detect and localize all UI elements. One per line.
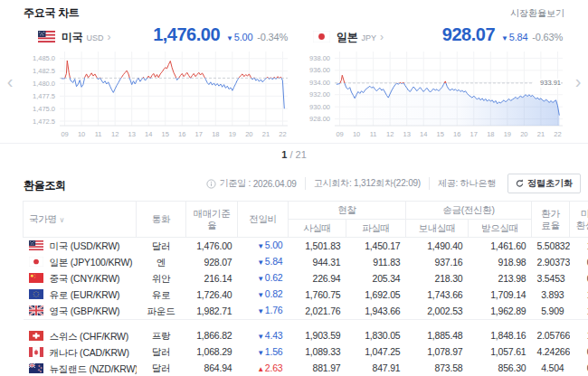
quote-info-bar: 기준일 : 2026.04.09 고시회차: 1,312회차(22:09) 제공… xyxy=(198,174,582,193)
col-header-currency[interactable]: 통화 xyxy=(137,202,186,238)
base-date: 기준일 : 2026.04.09 xyxy=(198,177,305,190)
cell-change: ▼4.43 xyxy=(238,328,289,344)
cell-send: 1,743.66 xyxy=(406,287,469,303)
col-header-country[interactable]: 국가명∨ xyxy=(24,202,137,238)
svg-text:11: 11 xyxy=(370,130,377,138)
cell-cash-buy: 1,501.83 xyxy=(289,238,346,255)
country-name: 뉴질랜드 (NZD/KRW) xyxy=(50,363,137,374)
chart-change-pct: -0.63% xyxy=(532,32,563,42)
col-header-change[interactable]: 전일비 xyxy=(238,202,289,238)
chart-header-usd[interactable]: 미국 USD › 1,476.00 ▼5.00 -0.34% xyxy=(20,23,293,46)
chart-card-jpy: 일본 JPY › 928.07 ▼5.84 -0.63% 09101112131… xyxy=(295,23,568,140)
chart-header-jpy[interactable]: 일본 JPY › 928.07 ▼5.84 -0.63% xyxy=(295,23,568,46)
svg-text:17: 17 xyxy=(195,130,203,138)
cell-usd-conversion: 1.17 xyxy=(570,287,588,303)
cell-currency: 달러 xyxy=(137,238,186,255)
cell-cash-sell: 1,692.05 xyxy=(346,287,406,303)
cell-receive: 918.98 xyxy=(469,254,532,270)
down-triangle-icon: ▼ xyxy=(257,291,264,299)
chart-card-usd: 미국 USD › 1,476.00 ▼5.00 -0.34% 091011121… xyxy=(20,23,293,140)
cell-rate: 216.14 xyxy=(186,270,238,287)
cell-change: ▲2.63 xyxy=(238,361,289,376)
chart-change: ▼5.84 xyxy=(501,32,527,42)
jpy-krw-line-chart[interactable]: 0910111213141516171819202122938.00936.00… xyxy=(295,46,568,140)
chart-change-pct: -0.34% xyxy=(257,32,288,42)
cell-cash-buy: 944.31 xyxy=(289,254,346,270)
chart-price-group: 928.07 ▼5.84 -0.63% xyxy=(442,24,563,45)
cell-change: ▼0.62 xyxy=(238,270,289,287)
pagination-separator: / xyxy=(287,149,295,160)
table-row[interactable]: 캐나다 (CAD/KRW)달러1,068.29▼1.561,089.331,04… xyxy=(24,344,588,361)
cell-cash-sell: 1,830.05 xyxy=(346,328,406,344)
chevron-right-icon: › xyxy=(107,31,110,43)
flag-us-icon xyxy=(29,240,43,250)
charts-section-header: 주요국 차트 시장환율보기 xyxy=(0,0,588,23)
table-row[interactable]: 영국 (GBP/KRW)파운드1,982.71▼1.762,021.761,94… xyxy=(24,303,588,320)
cell-currency: 달러 xyxy=(137,361,186,376)
flag-cn-icon xyxy=(29,273,43,283)
svg-text:1,472.5: 1,472.5 xyxy=(33,118,55,126)
svg-text:18: 18 xyxy=(212,130,219,138)
table-row[interactable]: 중국 (CNY/KRW)위안216.14▼0.62226.94205.34218… xyxy=(24,270,588,287)
cell-fee-rate: 4.504 xyxy=(532,361,570,376)
cell-country: 유로 (EUR/KRW) xyxy=(24,287,137,303)
cell-receive: 213.98 xyxy=(469,270,532,287)
svg-text:21: 21 xyxy=(537,130,545,138)
down-triangle-icon: ▼ xyxy=(257,307,264,315)
col-header-rate[interactable]: 매매기준율 xyxy=(186,202,238,238)
table-row[interactable]: 유로 (EUR/KRW)유로1,726.40▼0.821,760.751,692… xyxy=(24,287,588,303)
cell-country: 중국 (CNY/KRW) xyxy=(24,270,137,287)
svg-text:10: 10 xyxy=(78,130,85,138)
svg-text:12: 12 xyxy=(111,130,119,138)
table-row[interactable]: 일본 (JPY100/KRW)엔928.07▼5.84944.31911.839… xyxy=(24,254,588,270)
prev-chart-button[interactable]: ‹ xyxy=(1,52,19,110)
cell-receive: 1,848.16 xyxy=(469,328,532,344)
svg-text:13: 13 xyxy=(403,130,411,138)
svg-text:1,477.5: 1,477.5 xyxy=(33,92,55,100)
cell-cash-sell: 1,450.17 xyxy=(346,238,406,255)
svg-text:932.00: 932.00 xyxy=(309,90,330,99)
col-header-receive[interactable]: 받으실때 xyxy=(469,220,532,238)
cell-rate: 864.94 xyxy=(186,361,238,376)
svg-text:934.00: 934.00 xyxy=(309,79,330,87)
cell-send: 937.16 xyxy=(406,254,469,270)
cell-rate: 1,476.00 xyxy=(186,238,238,255)
cell-receive: 856.30 xyxy=(469,361,532,376)
cell-currency: 엔 xyxy=(137,254,186,270)
country-name: 유로 (EUR/KRW) xyxy=(50,289,120,300)
table-row[interactable]: 스위스 (CHF/KRW)프랑1,866.82▼4.431,903.591,83… xyxy=(24,328,588,344)
chart-price-group: 1,476.00 ▼5.00 -0.34% xyxy=(153,24,288,45)
col-group-wire: 송금(전신환) xyxy=(406,202,532,220)
cell-currency: 파운드 xyxy=(137,303,186,320)
quote-round: 고시회차: 1,312회차(22:09) xyxy=(305,177,429,190)
cell-fee-rate: 4.24266 xyxy=(532,344,570,361)
col-header-usd-conv[interactable]: 미화 환산율 xyxy=(570,202,588,238)
col-header-send[interactable]: 보내실때 xyxy=(406,220,469,238)
cell-country: 미국 (USD/KRW) xyxy=(24,238,137,255)
col-header-fee-rate[interactable]: 환가 료율 xyxy=(532,202,570,238)
flag-eu-icon xyxy=(29,289,43,299)
svg-text:11: 11 xyxy=(95,130,102,138)
lookup-section-header: 환율조회 기준일 : 2026.04.09 고시회차: 1,312회차(22:0… xyxy=(0,164,588,193)
cell-fee-rate: 2.90373 xyxy=(532,254,570,270)
chevron-right-icon: › xyxy=(380,31,384,43)
cell-cash-buy: 2,021.76 xyxy=(289,303,346,320)
next-chart-button[interactable]: › xyxy=(569,52,587,110)
col-header-cash-buy[interactable]: 사실때 xyxy=(289,220,346,238)
chart-price: 928.07 xyxy=(442,24,495,45)
cell-receive: 1,709.14 xyxy=(469,287,532,303)
info-icon xyxy=(206,179,216,189)
cell-change: ▼1.76 xyxy=(238,303,289,320)
charts-carousel: ‹ 미국 USD › 1,476.00 ▼5.00 -0.34% 0910111… xyxy=(0,23,588,140)
cell-fee-rate: 2.05766 xyxy=(532,328,570,344)
reset-sort-button[interactable]: 정렬초기화 xyxy=(507,174,581,193)
table-row[interactable]: 뉴질랜드 (NZD/KRW)달러864.94▲2.63881.97847.918… xyxy=(24,361,588,376)
down-triangle-icon: ▼ xyxy=(257,275,264,283)
table-row[interactable]: 미국 (USD/KRW)달러1,476.00▼5.001,501.831,450… xyxy=(24,238,588,255)
col-header-cash-sell[interactable]: 파실때 xyxy=(346,220,406,238)
cell-usd-conversion: 0.59 xyxy=(570,361,588,376)
cell-cash-buy: 881.97 xyxy=(289,361,346,376)
cell-change: ▼5.00 xyxy=(238,238,289,255)
market-rate-link[interactable]: 시장환율보기 xyxy=(510,7,564,20)
usd-krw-line-chart[interactable]: 09101112131415161718192021221,485.01,482… xyxy=(20,46,293,140)
